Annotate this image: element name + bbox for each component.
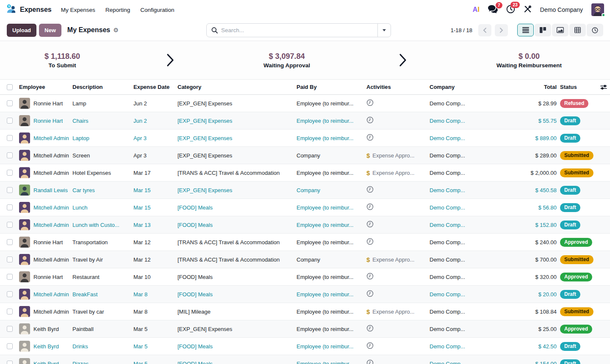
column-header-employee[interactable]: Employee — [19, 84, 72, 90]
expense-row[interactable]: Mitchell AdminLunch with Custo...Mar 13[… — [0, 216, 610, 234]
expense-row[interactable]: Mitchell AdminLaptopApr 3[EXP_GEN] Expen… — [0, 130, 610, 147]
schedule-activity-clock-icon[interactable] — [366, 116, 374, 125]
expense-row[interactable]: Ronnie HartChairsJun 2[EXP_GEN] Expenses… — [0, 112, 610, 130]
expense-row[interactable]: Ronnie HartLampJun 2[EXP_GEN] ExpensesEm… — [0, 95, 610, 112]
expense-row[interactable]: Randall LewisCar tyresMar 15[EXP_GEN] Ex… — [0, 182, 610, 199]
schedule-activity-clock-icon[interactable] — [366, 99, 374, 108]
row-checkbox[interactable] — [7, 187, 13, 193]
column-header-expense-date[interactable]: Expense Date — [133, 84, 177, 90]
optional-columns-icon[interactable] — [600, 84, 610, 90]
tools-icon[interactable] — [524, 5, 532, 15]
row-checkbox[interactable] — [7, 152, 13, 158]
employee-name: Ronnie Hart — [33, 100, 63, 107]
user-avatar[interactable] — [591, 3, 604, 16]
expense-row[interactable]: Keith ByrdPaintballMar 5[EXP_GEN] Expens… — [0, 320, 610, 338]
row-checkbox[interactable] — [7, 222, 13, 228]
expense-row[interactable]: Mitchell AdminTravel by AirMar 12[TRANS … — [0, 251, 610, 268]
ai-logo-icon[interactable]: AI — [473, 6, 480, 14]
row-checkbox[interactable] — [7, 274, 13, 280]
expense-row[interactable]: Mitchell AdminTravel by carMar 8[MIL] Mi… — [0, 303, 610, 320]
money-activity-icon[interactable]: $ — [366, 256, 370, 263]
money-activity-icon[interactable]: $ — [366, 169, 370, 176]
expense-row[interactable]: Mitchell AdminLunchMar 15[FOOD] MealsEmp… — [0, 199, 610, 216]
employee-avatar — [19, 150, 30, 161]
column-header-description[interactable]: Description — [72, 84, 133, 90]
expense-row[interactable]: Mitchell AdminBreakFastMar 8[FOOD] Meals… — [0, 286, 610, 303]
expense-row[interactable]: Ronnie HartRestaurantMar 10[FOOD] MealsE… — [0, 268, 610, 286]
stat-waiting-approval[interactable]: $ 3,097.84 Waiting Approval — [216, 52, 358, 69]
search-input[interactable] — [221, 27, 377, 33]
row-checkbox[interactable] — [7, 239, 13, 245]
expense-row[interactable]: Mitchell AdminHotel ExpensesMar 17[TRANS… — [0, 164, 610, 182]
expense-row[interactable]: Keith ByrdDrinksMar 5[FOOD] MealsEmploye… — [0, 338, 610, 355]
select-all-checkbox[interactable] — [7, 84, 13, 90]
schedule-activity-clock-icon[interactable] — [366, 186, 374, 194]
row-checkbox[interactable] — [7, 291, 13, 297]
pager-previous-button[interactable] — [478, 24, 491, 36]
pager-next-button[interactable] — [495, 24, 508, 36]
activity-label[interactable]: Expense Appro... — [372, 170, 414, 176]
paid-by: Employee (to reimbur... — [297, 239, 366, 245]
column-header-paid-by[interactable]: Paid By — [297, 84, 366, 90]
pivot-view-button[interactable] — [569, 24, 586, 36]
schedule-activity-clock-icon[interactable] — [366, 238, 374, 246]
expense-row[interactable]: Ronnie HartTransportationMar 12[TRANS & … — [0, 234, 610, 251]
row-checkbox[interactable] — [7, 326, 13, 332]
graph-view-button[interactable] — [552, 24, 568, 36]
employee-avatar — [19, 167, 30, 178]
row-checkbox[interactable] — [7, 135, 13, 141]
employee-avatar — [19, 115, 30, 126]
schedule-activity-clock-icon[interactable] — [366, 134, 374, 142]
menu-reporting[interactable]: Reporting — [105, 7, 130, 13]
kanban-view-button[interactable] — [535, 24, 551, 36]
row-checkbox[interactable] — [7, 170, 13, 176]
activity-label[interactable]: Expense Appro... — [372, 152, 414, 159]
company-switcher[interactable]: Demo Company — [540, 6, 583, 13]
schedule-activity-clock-icon[interactable] — [366, 325, 374, 333]
paid-by: Company — [297, 152, 366, 159]
messages-button[interactable]: 7 — [488, 5, 498, 15]
stat-to-submit[interactable]: $ 1,118.60 To Submit — [0, 52, 125, 69]
row-checkbox[interactable] — [7, 118, 13, 124]
schedule-activity-clock-icon[interactable] — [366, 359, 374, 364]
view-settings-gear-icon[interactable]: ⚙ — [113, 27, 119, 33]
company-name: Demo Comp... — [430, 204, 508, 211]
company-name: Demo Comp... — [430, 135, 508, 141]
schedule-activity-clock-icon[interactable] — [366, 342, 374, 350]
money-activity-icon[interactable]: $ — [366, 308, 370, 315]
row-checkbox[interactable] — [7, 309, 13, 314]
activity-label[interactable]: Expense Appro... — [372, 309, 414, 315]
row-checkbox[interactable] — [7, 343, 13, 349]
schedule-activity-clock-icon[interactable] — [366, 290, 374, 298]
expense-date: Apr 3 — [133, 135, 177, 141]
activity-label[interactable]: Expense Appro... — [372, 256, 414, 263]
upload-button[interactable]: Upload — [7, 24, 36, 37]
row-checkbox[interactable] — [7, 361, 13, 364]
search-filters-toggle[interactable] — [377, 24, 391, 37]
activity-view-button[interactable] — [587, 24, 603, 36]
schedule-activity-clock-icon[interactable] — [366, 273, 374, 281]
app-brand[interactable]: $ Expenses — [6, 4, 52, 16]
column-header-status[interactable]: Status — [557, 84, 600, 90]
column-header-total[interactable]: Total — [508, 84, 557, 90]
expense-row[interactable]: Keith ByrdPizzasMar 5[FOOD] MealsEmploye… — [0, 355, 610, 364]
employee-avatar — [19, 289, 30, 300]
column-header-category[interactable]: Category — [177, 84, 297, 90]
schedule-activity-clock-icon[interactable] — [366, 203, 374, 212]
column-header-company[interactable]: Company — [430, 84, 508, 90]
menu-configuration[interactable]: Configuration — [140, 7, 174, 13]
list-view-button[interactable] — [517, 24, 534, 36]
row-checkbox[interactable] — [7, 204, 13, 210]
activities-button[interactable]: 23 — [506, 5, 515, 15]
svg-text:$: $ — [8, 4, 10, 8]
money-activity-icon[interactable]: $ — [366, 152, 370, 159]
menu-my-expenses[interactable]: My Expenses — [61, 7, 95, 13]
expense-row[interactable]: Mitchell AdminScreenApr 3[EXP_GEN] Expen… — [0, 147, 610, 164]
row-checkbox[interactable] — [7, 100, 13, 106]
expense-summary-band: $ 1,118.60 To Submit $ 3,097.84 Waiting … — [0, 41, 610, 80]
stat-waiting-reimbursement[interactable]: $ 0.00 Waiting Reimbursement — [448, 52, 610, 69]
schedule-activity-clock-icon[interactable] — [366, 221, 374, 229]
column-header-activities[interactable]: Activities — [366, 84, 430, 90]
row-checkbox[interactable] — [7, 256, 13, 262]
new-button[interactable]: New — [39, 24, 61, 37]
